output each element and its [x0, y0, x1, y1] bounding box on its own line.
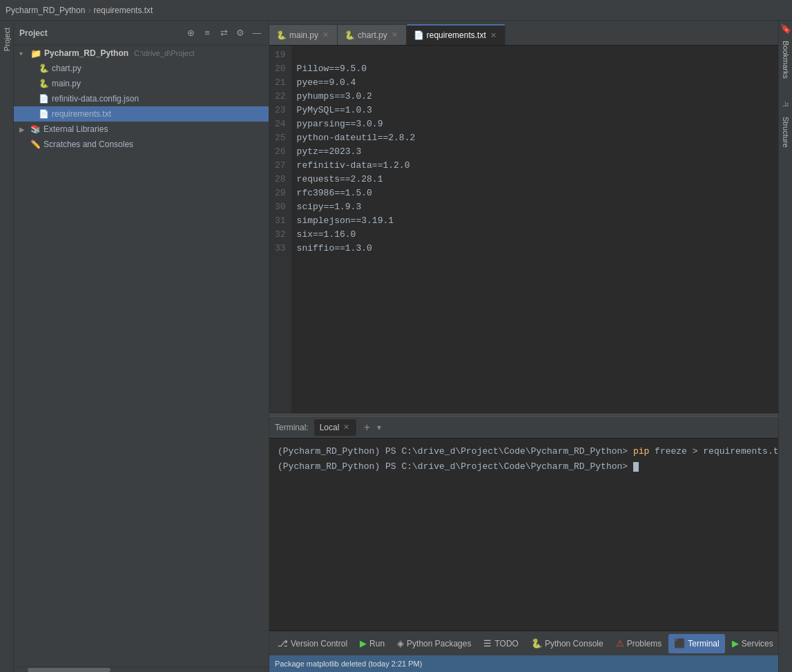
root-folder-path: C:\drive_d\Project — [134, 49, 194, 57]
config-file-name: refinitiv-data.config.json — [52, 94, 139, 104]
tab-icon-main: 🐍 — [276, 30, 287, 40]
file-icon-chart: 🐍 — [39, 64, 49, 73]
code-line-23: pyparsing==3.0.9 — [297, 119, 383, 129]
btn-version-control[interactable]: ⎇ Version Control — [272, 634, 353, 653]
term-cmd: pip — [633, 446, 649, 457]
code-line-31: six==1.16.0 — [297, 229, 356, 240]
status-message: Package matplotlib deleted (today 2:21 P… — [275, 660, 422, 668]
python-console-label: Python Console — [545, 639, 603, 649]
tab-icon-requirements: 📄 — [414, 30, 424, 40]
title-file: requirements.txt — [93, 6, 153, 15]
title-bar: Pycharm_RD_Python › requirements.txt — [0, 0, 792, 21]
tree-item-config[interactable]: 📄 refinitiv-data.config.json — [14, 91, 269, 106]
project-scrollbar[interactable] — [14, 666, 269, 672]
toolbar-icon-swap[interactable]: ⇄ — [218, 27, 230, 39]
code-line-26: refinitiv-data==1.2.0 — [297, 160, 410, 171]
tab-close-requirements[interactable]: ✕ — [489, 30, 498, 41]
todo-icon: ☰ — [483, 638, 492, 649]
version-control-label: Version Control — [291, 639, 347, 649]
scratches-icon: ✏️ — [30, 140, 41, 149]
todo-label: TODO — [494, 639, 518, 649]
btn-terminal[interactable]: ⬛ Terminal — [668, 634, 724, 653]
tree-item-chart[interactable]: 🐍 chart.py — [14, 61, 269, 76]
btn-python-console[interactable]: 🐍 Python Console — [525, 634, 609, 653]
terminal-btn-label: Terminal — [688, 639, 719, 649]
toolbar-icon-minimize[interactable]: — — [251, 27, 263, 39]
terminal-icon: ⬛ — [674, 638, 685, 649]
btn-python-packages[interactable]: ◈ Python Packages — [392, 634, 476, 653]
toolbar-icon-add[interactable]: ⊕ — [184, 27, 197, 39]
toolbar-icon-list[interactable]: ≡ — [201, 27, 213, 39]
tab-close-main[interactable]: ✕ — [321, 30, 330, 40]
tab-chart[interactable]: 🐍 chart.py ✕ — [338, 24, 407, 45]
tree-item-root[interactable]: ▾ 📁 Pycharm_RD_Python C:\drive_d\Project — [14, 46, 269, 61]
tree-item-ext-libs[interactable]: ▶ 📚 External Libraries — [14, 122, 269, 137]
terminal-chevron-icon[interactable]: ▾ — [377, 423, 381, 432]
scratches-name: Scratches and Consoles — [44, 140, 133, 149]
main-layout: Project Project ⊕ ≡ ⇄ ⚙ — ▾ 📁 Pycharm_RD… — [0, 21, 792, 672]
tree-item-main[interactable]: 🐍 main.py — [14, 76, 269, 91]
btn-run[interactable]: ▶ Run — [354, 634, 390, 653]
tab-main[interactable]: 🐍 main.py ✕ — [269, 24, 338, 45]
terminal-cursor — [633, 462, 639, 472]
python-packages-icon: ◈ — [397, 638, 404, 649]
tab-label-chart: chart.py — [358, 30, 387, 40]
editor-tabs: 🐍 main.py ✕ 🐍 chart.py ✕ 📄 requirements.… — [269, 21, 778, 46]
services-label: Services — [742, 639, 773, 649]
btn-problems[interactable]: ⚠ Problems — [610, 634, 668, 653]
left-vertical-tab: Project — [0, 21, 14, 672]
code-line-28: rfc3986==1.5.0 — [297, 188, 372, 198]
title-project: Pycharm_RD_Python — [6, 6, 85, 15]
project-toolbar: Project ⊕ ≡ ⇄ ⚙ — — [14, 21, 269, 46]
status-bar: Package matplotlib deleted (today 2:21 P… — [269, 655, 778, 672]
structure-tab[interactable]: Structure — [780, 113, 791, 152]
terminal-content[interactable]: (Pycharm_RD_Python) PS C:\drive_d\Projec… — [269, 439, 778, 631]
lib-icon: 📚 — [30, 124, 41, 134]
title-separator: › — [88, 6, 90, 15]
btn-todo[interactable]: ☰ TODO — [478, 634, 523, 653]
code-line-19: Pillow==9.5.0 — [297, 64, 367, 74]
bookmarks-tab[interactable]: Bookmarks — [780, 37, 791, 83]
project-tree: ▾ 📁 Pycharm_RD_Python C:\drive_d\Project… — [14, 46, 269, 666]
terminal-tabs: Terminal: Local ✕ + ▾ — [269, 416, 778, 439]
bottom-toolbar: ⎇ Version Control ▶ Run ◈ Python Package… — [269, 631, 778, 655]
arrow-ext-libs: ▶ — [19, 126, 28, 133]
tab-label-requirements: requirements.txt — [427, 30, 486, 40]
python-console-icon: 🐍 — [531, 638, 542, 649]
file-icon-main: 🐍 — [39, 79, 49, 88]
terminal-local-label: Local — [320, 423, 340, 432]
terminal-add-btn[interactable]: + — [359, 420, 374, 435]
editor-area: 🐍 main.py ✕ 🐍 chart.py ✕ 📄 requirements.… — [269, 21, 778, 672]
code-line-20: pyee==9.0.4 — [297, 77, 356, 88]
main-file-name: main.py — [52, 79, 81, 88]
code-line-24: python-dateutil==2.8.2 — [297, 133, 416, 143]
python-packages-label: Python Packages — [407, 639, 471, 649]
terminal-line-2: (Pycharm_RD_Python) PS C:\drive_d\Projec… — [278, 459, 770, 474]
tree-item-scratches[interactable]: ✏️ Scratches and Consoles — [14, 137, 269, 152]
project-toolbar-title: Project — [19, 28, 48, 38]
right-tabs: 🔖 Bookmarks ⫡ Structure — [778, 21, 792, 672]
run-label: Run — [369, 639, 385, 649]
root-folder-name: Pycharm_RD_Python — [44, 48, 128, 58]
toolbar-icon-settings[interactable]: ⚙ — [234, 27, 247, 39]
tree-item-requirements[interactable]: 📄 requirements.txt — [14, 106, 269, 122]
btn-services[interactable]: ▶ Services — [726, 634, 778, 653]
services-icon: ▶ — [732, 638, 739, 649]
folder-icon-root: 📁 — [30, 48, 41, 59]
bookmarks-icon: 🔖 — [780, 21, 791, 37]
project-panel: Project ⊕ ≡ ⇄ ⚙ — ▾ 📁 Pycharm_RD_Python … — [14, 21, 269, 672]
terminal-label: Terminal: — [275, 423, 309, 432]
terminal-local-close[interactable]: ✕ — [342, 422, 351, 432]
code-editor[interactable]: 19 20 21 22 23 24 25 26 27 28 29 30 31 3… — [269, 46, 778, 414]
tab-requirements[interactable]: 📄 requirements.txt ✕ — [407, 24, 505, 45]
tab-close-chart[interactable]: ✕ — [390, 30, 399, 40]
terminal-line-1: (Pycharm_RD_Python) PS C:\drive_d\Projec… — [278, 444, 770, 459]
requirements-file-name: requirements.txt — [52, 109, 111, 119]
problems-icon: ⚠ — [616, 638, 624, 649]
code-content[interactable]: Pillow==9.5.0 pyee==9.0.4 pyhumps==3.0.2… — [291, 46, 778, 414]
term-prompt-1: (Pycharm_RD_Python) PS C:\drive_d\Projec… — [278, 446, 633, 457]
project-vertical-label[interactable]: Project — [1, 23, 12, 55]
term-prompt-2: (Pycharm_RD_Python) PS C:\drive_d\Projec… — [278, 461, 633, 472]
terminal-local-tab[interactable]: Local ✕ — [314, 419, 357, 436]
ext-libs-name: External Libraries — [44, 124, 108, 134]
